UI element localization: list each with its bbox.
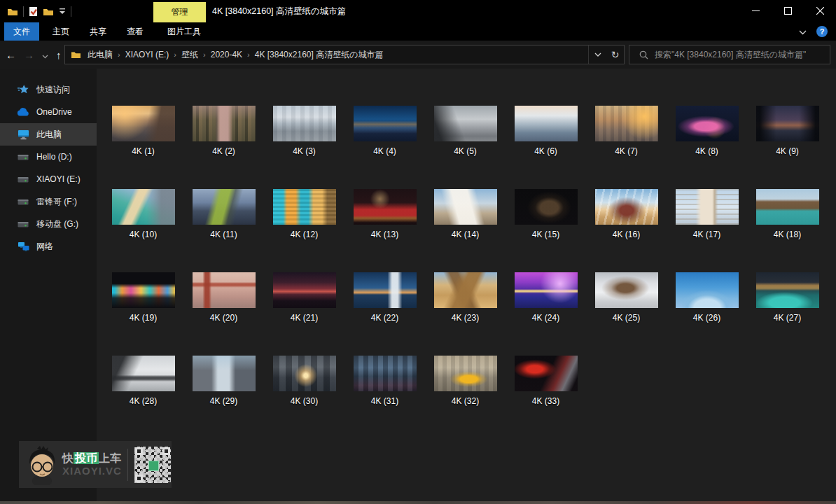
file-item[interactable]: 4K (7): [586, 106, 667, 158]
file-thumbnail[interactable]: [756, 189, 819, 225]
file-thumbnail[interactable]: [273, 106, 336, 141]
new-folder-icon[interactable]: [43, 7, 54, 16]
file-thumbnail[interactable]: [112, 356, 175, 391]
file-thumbnail[interactable]: [112, 106, 175, 141]
file-item[interactable]: 4K (25): [586, 272, 667, 325]
recent-locations-icon[interactable]: [42, 49, 48, 61]
file-thumbnail[interactable]: [595, 272, 658, 308]
breadcrumb-segment[interactable]: XIAOYI (E:): [120, 50, 174, 59]
tab-view[interactable]: 查看: [120, 22, 151, 41]
file-item[interactable]: 4K (11): [183, 189, 264, 241]
file-item[interactable]: 4K (8): [667, 106, 747, 158]
file-item[interactable]: 4K (21): [264, 272, 344, 325]
customize-toolbar-icon[interactable]: [59, 8, 66, 15]
file-thumbnail[interactable]: [193, 356, 256, 391]
file-thumbnail[interactable]: [434, 189, 497, 225]
file-thumbnail[interactable]: [756, 272, 819, 308]
file-thumbnail[interactable]: [676, 189, 739, 225]
file-item[interactable]: 4K (26): [667, 272, 747, 325]
file-item[interactable]: 4K (23): [425, 272, 506, 325]
file-thumbnail[interactable]: [756, 106, 819, 141]
tab-share[interactable]: 共享: [83, 22, 113, 41]
sidebar-item-7[interactable]: 移动盘 (G:): [0, 213, 97, 235]
file-thumbnail[interactable]: [193, 272, 256, 308]
file-item[interactable]: 4K (32): [425, 356, 506, 408]
address-dropdown-icon[interactable]: [589, 46, 606, 64]
file-thumbnail[interactable]: [273, 189, 336, 225]
file-item[interactable]: 4K (12): [264, 189, 344, 241]
file-thumbnail[interactable]: [112, 189, 175, 225]
file-item[interactable]: 4K (13): [344, 189, 425, 241]
file-item[interactable]: 4K (16): [586, 189, 667, 241]
tab-home[interactable]: 主页: [46, 22, 76, 41]
file-item[interactable]: 4K (9): [747, 106, 828, 158]
minimize-button[interactable]: [739, 0, 772, 22]
properties-icon[interactable]: [29, 6, 38, 17]
sidebar-item-4[interactable]: Hello (D:): [0, 146, 97, 168]
file-item[interactable]: 4K (4): [344, 106, 425, 158]
close-button[interactable]: [804, 0, 836, 22]
tab-picture-tools[interactable]: 图片工具: [162, 22, 206, 41]
help-icon[interactable]: ?: [816, 26, 828, 37]
file-thumbnail[interactable]: [515, 106, 578, 141]
sidebar-item-1[interactable]: 快速访问: [0, 78, 97, 101]
manage-context-tab-group[interactable]: 管理: [153, 2, 206, 22]
file-item[interactable]: 4K (20): [183, 272, 264, 325]
file-item[interactable]: 4K (22): [344, 272, 425, 325]
file-item[interactable]: 4K (28): [103, 356, 183, 408]
file-item[interactable]: 4K (19): [103, 272, 183, 325]
refresh-icon[interactable]: ↻: [606, 46, 624, 64]
sidebar-item-3[interactable]: 此电脑: [0, 123, 97, 146]
file-item[interactable]: 4K (10): [103, 189, 183, 241]
back-icon[interactable]: ←: [6, 49, 16, 61]
breadcrumb-segment[interactable]: 2020-4K: [206, 50, 247, 59]
file-thumbnail[interactable]: [515, 189, 578, 225]
file-item[interactable]: 4K (18): [747, 189, 828, 241]
file-thumbnail[interactable]: [515, 356, 578, 391]
file-thumbnail[interactable]: [193, 189, 256, 225]
file-item[interactable]: 4K (3): [264, 106, 344, 158]
file-thumbnail[interactable]: [112, 272, 175, 308]
file-item[interactable]: 4K (24): [506, 272, 586, 325]
file-item[interactable]: 4K (15): [506, 189, 586, 241]
tab-file[interactable]: 文件: [4, 22, 39, 41]
file-item[interactable]: 4K (1): [103, 106, 183, 158]
ribbon-collapse-icon[interactable]: [799, 25, 807, 38]
file-thumbnail[interactable]: [434, 106, 497, 141]
breadcrumb-segment[interactable]: 壁纸: [176, 49, 203, 61]
breadcrumb-segment[interactable]: 此电脑: [83, 49, 118, 61]
file-thumbnail[interactable]: [193, 106, 256, 141]
up-icon[interactable]: ↑: [56, 49, 62, 61]
file-thumbnail[interactable]: [354, 189, 417, 225]
sidebar-item-8[interactable]: 网络: [0, 235, 97, 258]
file-thumbnail[interactable]: [434, 272, 497, 308]
file-thumbnail[interactable]: [595, 106, 658, 141]
sidebar-item-5[interactable]: XIAOYI (E:): [0, 168, 97, 190]
maximize-button[interactable]: [772, 0, 804, 22]
file-item[interactable]: 4K (27): [747, 272, 828, 325]
file-item[interactable]: 4K (14): [425, 189, 506, 241]
file-thumbnail[interactable]: [676, 272, 739, 308]
search-box[interactable]: 搜索"4K [3840x2160] 高清壁纸の城市篇": [629, 45, 830, 64]
sidebar-item-2[interactable]: OneDrive: [0, 101, 97, 123]
file-item[interactable]: 4K (31): [344, 356, 425, 408]
file-thumbnail[interactable]: [354, 272, 417, 308]
file-thumbnail[interactable]: [354, 356, 417, 391]
file-item[interactable]: 4K (33): [506, 356, 586, 408]
address-bar[interactable]: 此电脑›XIAOYI (E:)›壁纸›2020-4K›4K [3840x2160…: [64, 45, 625, 64]
file-item[interactable]: 4K (29): [183, 356, 264, 408]
file-thumbnail[interactable]: [354, 106, 417, 141]
forward-icon[interactable]: →: [24, 49, 34, 61]
folder-icon[interactable]: [7, 7, 18, 16]
file-thumbnail[interactable]: [434, 356, 497, 391]
file-thumbnail[interactable]: [515, 272, 578, 308]
file-item[interactable]: 4K (2): [183, 106, 264, 158]
file-item[interactable]: 4K (6): [506, 106, 586, 158]
file-item[interactable]: 4K (30): [264, 356, 344, 408]
file-thumbnail[interactable]: [676, 106, 739, 141]
file-thumbnail[interactable]: [595, 189, 658, 225]
file-item[interactable]: 4K (5): [425, 106, 506, 158]
file-thumbnail[interactable]: [273, 272, 336, 308]
sidebar-item-6[interactable]: 雷锋哥 (F:): [0, 190, 97, 213]
file-thumbnail[interactable]: [273, 356, 336, 391]
